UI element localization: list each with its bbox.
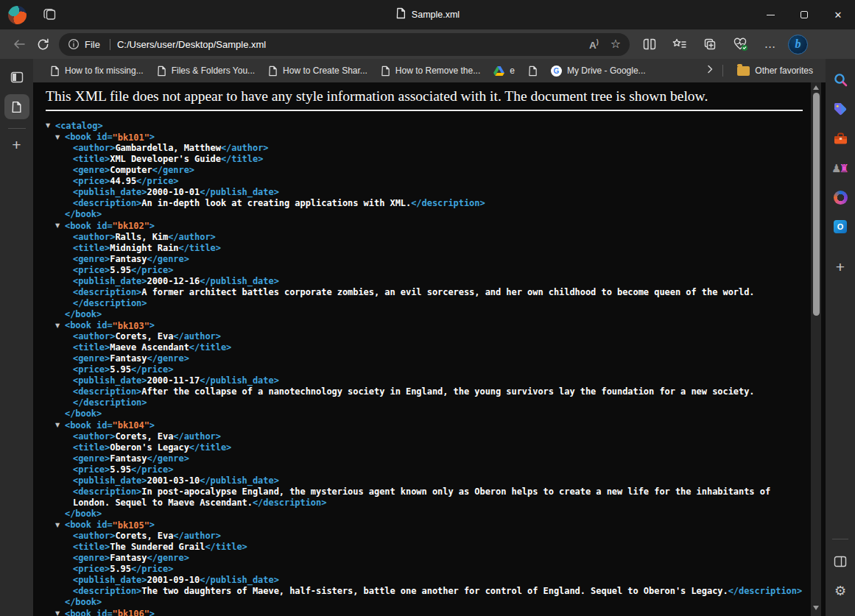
xml-line: <price>44.95</price> xyxy=(46,176,811,187)
google-drive-icon xyxy=(493,66,504,76)
add-favorite-star-icon[interactable]: ☆ xyxy=(611,38,621,50)
favorite-item[interactable]: e xyxy=(487,61,521,80)
xml-line: <author>Corets, Eva</author> xyxy=(46,531,811,542)
xml-viewer-page: This XML file does not appear to have an… xyxy=(33,82,811,616)
site-info-icon[interactable] xyxy=(68,38,80,50)
sidebar-toggle-button[interactable] xyxy=(828,550,852,573)
other-favorites-button[interactable]: Other favorites xyxy=(731,61,820,80)
xml-line: <title>XML Developer's Guide</title> xyxy=(46,154,811,165)
tab-panel-toggle-button[interactable] xyxy=(4,66,29,88)
favorite-item[interactable] xyxy=(521,61,544,80)
xml-line: <description>After the collapse of a nan… xyxy=(46,386,811,408)
collapse-marker[interactable]: ▼ xyxy=(46,120,55,131)
active-tab-tile[interactable] xyxy=(4,94,29,119)
collections-icon xyxy=(703,37,717,52)
favorite-label: Files & Folders You... xyxy=(172,66,255,76)
favorite-item[interactable]: Files & Folders You... xyxy=(150,61,261,80)
close-icon: ✕ xyxy=(834,10,842,21)
address-url[interactable]: C:/Users/user/Desktop/Sample.xml xyxy=(117,39,266,50)
active-tab[interactable]: Sample.xml xyxy=(395,7,460,22)
xml-line: ▼<book id="bk103"> xyxy=(46,320,811,332)
window-controls: ✕ xyxy=(753,0,855,29)
sidebar-divider xyxy=(832,539,848,539)
settings-more-button[interactable]: … xyxy=(758,32,783,56)
xml-line: <publish_date>2000-10-01</publish_date> xyxy=(46,187,811,198)
favorite-item[interactable]: How to fix missing... xyxy=(43,61,150,80)
collapse-marker[interactable]: ▼ xyxy=(55,132,65,143)
favorite-item[interactable]: GMy Drive - Google... xyxy=(544,61,652,80)
protocol-label: File xyxy=(85,39,100,50)
page-icon xyxy=(50,66,60,77)
close-button[interactable]: ✕ xyxy=(821,0,855,29)
sidebar-tools-button[interactable] xyxy=(828,127,852,150)
plus-icon: + xyxy=(12,137,21,152)
xml-line: ▼<book id="bk101"> xyxy=(46,132,811,144)
gear-icon: ⚙ xyxy=(834,584,846,598)
toggle-sidebar-icon xyxy=(834,556,847,567)
vertical-scrollbar[interactable] xyxy=(811,82,821,616)
favorites-overflow-chevron[interactable] xyxy=(705,64,715,77)
copilot-button[interactable]: b xyxy=(788,35,808,54)
xml-line: <genre>Fantasy</genre> xyxy=(46,453,811,464)
xml-style-notice: This XML file does not appear to have an… xyxy=(46,88,803,111)
collapse-marker[interactable]: ▼ xyxy=(55,608,65,616)
xml-line: </book> xyxy=(46,408,811,419)
tab-page-icon xyxy=(395,7,406,22)
favorites-button[interactable] xyxy=(667,32,692,56)
sidebar-games-button[interactable]: ♟♜ xyxy=(828,156,852,180)
favorite-label: e xyxy=(510,66,515,76)
collapse-marker[interactable]: ▼ xyxy=(55,220,65,231)
back-button[interactable] xyxy=(7,32,31,56)
collapse-marker[interactable]: ▼ xyxy=(55,520,65,531)
plus-icon: + xyxy=(836,259,845,275)
collapse-marker[interactable]: ▼ xyxy=(55,419,65,431)
xml-line: <title>Maeve Ascendant</title> xyxy=(46,342,811,353)
sidebar-settings-button[interactable]: ⚙ xyxy=(828,579,852,603)
browser-essentials-icon xyxy=(733,37,748,52)
outlook-icon: O xyxy=(834,220,847,233)
xml-line: </book> xyxy=(46,309,811,320)
scrollbar-thumb[interactable] xyxy=(813,93,820,316)
favorite-item[interactable]: How to Create Shar... xyxy=(261,61,374,80)
sidebar-microsoft365-button[interactable] xyxy=(828,185,852,209)
maximize-button[interactable] xyxy=(787,0,821,29)
browser-essentials-button[interactable] xyxy=(728,32,753,56)
split-screen-button[interactable] xyxy=(637,32,662,56)
xml-line: <price>5.95</price> xyxy=(46,364,811,375)
back-arrow-icon xyxy=(12,37,27,52)
xml-line: <author>Ralls, Kim</author> xyxy=(46,232,811,243)
vertical-tabs-rail: + xyxy=(0,59,33,616)
workspaces-icon[interactable] xyxy=(42,7,58,23)
xml-line: <description>The two daughters of Maeve,… xyxy=(46,586,811,597)
read-aloud-icon[interactable]: A) xyxy=(589,38,599,51)
microsoft-365-icon xyxy=(834,191,848,205)
xml-document-tree: ▼<catalog>▼<book id="bk101"><author>Gamb… xyxy=(46,120,811,616)
new-tab-button[interactable]: + xyxy=(4,133,29,155)
sidebar-search-button[interactable] xyxy=(828,68,852,91)
favorite-label: How to fix missing... xyxy=(65,66,144,76)
rail-divider xyxy=(8,128,26,129)
title-bar: Sample.xml ✕ xyxy=(0,0,855,29)
xml-line: ▼<book id="bk106"> xyxy=(46,608,811,616)
xml-line: <genre>Fantasy</genre> xyxy=(46,254,811,265)
favorites-bar: How to fix missing...Files & Folders You… xyxy=(33,59,826,82)
other-favorites-label: Other favorites xyxy=(755,66,813,76)
sidebar-shopping-button[interactable] xyxy=(828,97,852,121)
collapse-marker[interactable]: ▼ xyxy=(55,320,65,331)
scroll-down-arrow-icon[interactable] xyxy=(813,606,819,610)
sidebar-outlook-button[interactable]: O xyxy=(828,215,852,238)
page-icon xyxy=(528,66,538,77)
collections-button[interactable] xyxy=(697,32,722,56)
address-bar[interactable]: File C:/Users/user/Desktop/Sample.xml A)… xyxy=(59,33,630,56)
scroll-up-arrow-icon[interactable] xyxy=(813,85,819,90)
favorite-label: My Drive - Google... xyxy=(567,66,646,76)
minimize-button[interactable] xyxy=(753,0,787,29)
refresh-button[interactable] xyxy=(31,32,54,56)
tab-title: Sample.xml xyxy=(412,10,460,20)
xml-line: <price>5.95</price> xyxy=(46,564,811,575)
search-icon xyxy=(833,72,848,88)
xml-line: ▼<book id="bk105"> xyxy=(46,520,811,531)
sidebar-add-button[interactable]: + xyxy=(828,255,852,278)
profile-avatar[interactable] xyxy=(8,6,27,24)
favorite-item[interactable]: How to Remove the... xyxy=(374,61,487,80)
